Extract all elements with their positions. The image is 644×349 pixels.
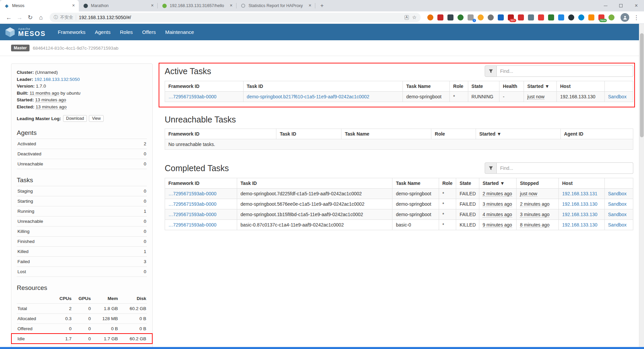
host-link[interactable]: 192.168.133.131 bbox=[562, 191, 597, 196]
extension-icon[interactable] bbox=[498, 14, 504, 20]
unreachable-tasks-section: Unreachable Tasks Framework ID Task ID T… bbox=[165, 115, 633, 150]
leader-link[interactable]: 192.168.133.132:5050 bbox=[35, 77, 80, 82]
extension-icon[interactable] bbox=[608, 14, 614, 20]
extension-icon[interactable] bbox=[427, 14, 433, 20]
extension-icon[interactable] bbox=[568, 14, 574, 20]
tab-close-icon[interactable]: × bbox=[71, 3, 76, 8]
completed-find-input[interactable] bbox=[497, 162, 633, 174]
home-button[interactable]: ⌂ bbox=[36, 12, 46, 22]
extension-icon[interactable]: New bbox=[598, 14, 604, 20]
active-filter-button[interactable] bbox=[485, 65, 497, 77]
log-view-button[interactable]: View bbox=[89, 115, 104, 122]
profile-avatar[interactable] bbox=[621, 13, 629, 22]
extension-icon[interactable] bbox=[548, 14, 554, 20]
col-framework-id[interactable]: Framework ID bbox=[165, 81, 244, 92]
host-link[interactable]: 192.168.133.130 bbox=[562, 201, 597, 207]
reload-button[interactable]: ↻ bbox=[25, 12, 36, 22]
started-time: 3 minutes ago bbox=[483, 201, 512, 207]
col-agent-id[interactable]: Agent ID bbox=[560, 129, 633, 139]
completed-filter-button[interactable] bbox=[485, 162, 497, 174]
extension-icon[interactable] bbox=[437, 14, 443, 20]
col-task-id[interactable]: Task ID bbox=[237, 178, 392, 189]
sandbox-link[interactable]: Sandbox bbox=[608, 201, 627, 207]
row-label: Starting bbox=[17, 198, 33, 204]
tab-close-icon[interactable]: × bbox=[228, 3, 234, 8]
nav-agents[interactable]: Agents bbox=[90, 24, 115, 40]
host-link[interactable]: 192.168.133.130 bbox=[562, 212, 597, 217]
mesos-favicon: ◆ bbox=[4, 3, 9, 8]
forward-button[interactable]: → bbox=[14, 12, 25, 22]
extension-icon[interactable] bbox=[528, 14, 534, 20]
site-security[interactable]: ⓘ 不安全 bbox=[54, 14, 73, 20]
new-tab-button[interactable]: + bbox=[317, 1, 327, 10]
row-label: Idle bbox=[17, 336, 50, 342]
extension-icon[interactable] bbox=[518, 14, 524, 20]
address-bar[interactable]: ⓘ 不安全 192.168.133.132:5050/#/ A ☆ bbox=[50, 13, 421, 22]
nav-maintenance[interactable]: Maintenance bbox=[160, 24, 199, 40]
col-role[interactable]: Role bbox=[450, 81, 468, 92]
col-task-name[interactable]: Task Name bbox=[341, 129, 431, 139]
page-scrollbar[interactable] bbox=[639, 24, 644, 347]
col-state[interactable]: State bbox=[468, 81, 499, 92]
extension-icon[interactable] bbox=[588, 14, 594, 20]
col-task-name[interactable]: Task Name bbox=[403, 81, 450, 92]
col-health[interactable]: Health bbox=[499, 81, 524, 92]
tab-close-icon[interactable]: × bbox=[307, 3, 313, 8]
extension-icon[interactable] bbox=[538, 14, 544, 20]
maximize-button[interactable] bbox=[613, 0, 629, 11]
minimize-button[interactable] bbox=[598, 0, 613, 11]
sandbox-link[interactable]: Sandbox bbox=[608, 212, 627, 217]
nav-frameworks[interactable]: Frameworks bbox=[53, 24, 90, 40]
col-task-id[interactable]: Task ID bbox=[276, 129, 341, 139]
task-id-link[interactable]: demo-springboot.b217f610-c1a5-11e9-aaf9-… bbox=[247, 94, 370, 99]
col-role[interactable]: Role bbox=[439, 178, 456, 189]
nav-offers[interactable]: Offers bbox=[138, 24, 161, 40]
extension-icon[interactable] bbox=[578, 14, 584, 20]
extension-icon[interactable] bbox=[558, 14, 564, 20]
extension-icon[interactable] bbox=[488, 14, 494, 20]
log-download-button[interactable]: Download bbox=[63, 115, 87, 122]
framework-id-link[interactable]: …7295671593ab-0000 bbox=[168, 94, 216, 99]
col-started[interactable]: Started ▼ bbox=[524, 81, 557, 92]
sandbox-link[interactable]: Sandbox bbox=[608, 94, 627, 99]
active-find-input[interactable] bbox=[497, 65, 633, 77]
tab-mesos[interactable]: ◆ Mesos × bbox=[0, 0, 79, 11]
col-state[interactable]: State bbox=[456, 178, 479, 189]
col-host[interactable]: Host bbox=[556, 81, 604, 92]
bookmark-star-icon[interactable]: ☆ bbox=[412, 14, 417, 20]
framework-id-link[interactable]: …7295671593ab-0000 bbox=[168, 212, 216, 217]
col-started[interactable]: Started ▼ bbox=[479, 178, 517, 189]
extension-icon[interactable] bbox=[447, 14, 453, 20]
close-window-button[interactable]: × bbox=[629, 0, 644, 11]
framework-id-link[interactable]: …7295671593ab-0000 bbox=[168, 201, 216, 207]
extension-icon[interactable] bbox=[478, 14, 484, 20]
host-link[interactable]: 192.168.133.130 bbox=[562, 222, 597, 228]
col-task-id[interactable]: Task ID bbox=[243, 81, 403, 92]
tab-marathon[interactable]: Marathon × bbox=[79, 0, 158, 11]
col-host[interactable]: Host bbox=[558, 178, 604, 189]
tab-close-icon[interactable]: × bbox=[150, 3, 155, 8]
tab-spring-hello[interactable]: 192.168.133.131:31657/hello × bbox=[158, 0, 236, 11]
framework-id-link[interactable]: …7295671593ab-0000 bbox=[168, 222, 216, 228]
translate-icon[interactable]: A bbox=[405, 15, 409, 20]
tasks-row: Lost0 bbox=[17, 266, 147, 277]
col-role[interactable]: Role bbox=[431, 129, 476, 139]
mesos-logo[interactable]: Apache MESOS bbox=[5, 27, 46, 38]
url-text[interactable]: 192.168.133.132:5050/#/ bbox=[79, 15, 402, 20]
col-task-name[interactable]: Task Name bbox=[392, 178, 439, 189]
browser-menu-icon[interactable]: ⋮ bbox=[632, 14, 641, 21]
col-framework-id[interactable]: Framework ID bbox=[165, 129, 276, 139]
sandbox-link[interactable]: Sandbox bbox=[608, 191, 627, 196]
scrollbar-thumb[interactable] bbox=[640, 33, 644, 137]
framework-id-link[interactable]: …7295671593ab-0000 bbox=[168, 191, 216, 196]
back-button[interactable]: ← bbox=[3, 12, 14, 22]
col-framework-id[interactable]: Framework ID bbox=[165, 178, 237, 189]
extension-icon[interactable]: 99+ bbox=[508, 14, 514, 20]
tab-haproxy-stats[interactable]: Statistics Report for HAProxy × bbox=[236, 0, 315, 11]
extension-icon[interactable]: 1 bbox=[468, 14, 474, 20]
col-stopped[interactable]: Stopped bbox=[517, 178, 559, 189]
col-started[interactable]: Started ▼ bbox=[476, 129, 560, 139]
extension-icon[interactable] bbox=[458, 14, 464, 20]
sandbox-link[interactable]: Sandbox bbox=[608, 222, 627, 228]
nav-roles[interactable]: Roles bbox=[115, 24, 137, 40]
